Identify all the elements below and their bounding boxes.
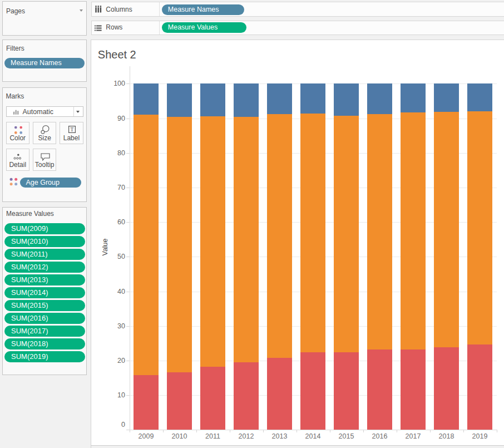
svg-text:T: T [71, 127, 74, 132]
